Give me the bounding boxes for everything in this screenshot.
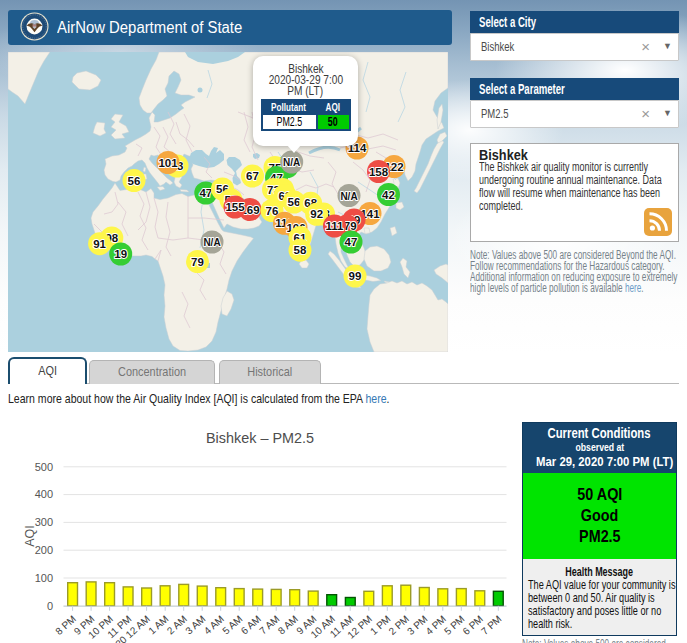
- svg-text:8 AM: 8 AM: [276, 613, 300, 636]
- svg-text:1 AM: 1 AM: [146, 613, 170, 636]
- svg-text:7 AM: 7 AM: [257, 613, 281, 636]
- svg-text:111: 111: [326, 220, 345, 232]
- svg-text:6 PM: 6 PM: [460, 613, 485, 637]
- svg-text:100: 100: [35, 572, 53, 584]
- svg-text:42: 42: [382, 189, 395, 201]
- svg-text:400: 400: [35, 488, 53, 500]
- svg-text:158: 158: [369, 166, 389, 178]
- svg-text:3 PM: 3 PM: [405, 613, 430, 637]
- svg-text:3 AM: 3 AM: [183, 613, 207, 636]
- svg-text:56: 56: [288, 196, 301, 208]
- svg-text:5 PM: 5 PM: [442, 613, 467, 637]
- svg-text:4 AM: 4 AM: [202, 613, 226, 636]
- svg-text:67: 67: [246, 170, 259, 182]
- svg-text:1 PM: 1 PM: [368, 613, 393, 637]
- svg-text:91: 91: [93, 238, 106, 250]
- svg-text:N/A: N/A: [340, 191, 357, 202]
- svg-text:155: 155: [225, 201, 245, 213]
- svg-text:4 PM: 4 PM: [423, 613, 448, 637]
- svg-text:47: 47: [345, 236, 358, 248]
- svg-text:AQI: AQI: [23, 525, 37, 547]
- svg-text:5 AM: 5 AM: [220, 613, 244, 636]
- svg-text:79: 79: [191, 256, 204, 268]
- svg-text:19: 19: [114, 248, 127, 260]
- svg-text:47: 47: [199, 187, 212, 199]
- svg-text:N/A: N/A: [283, 157, 300, 168]
- svg-text:500: 500: [35, 461, 53, 473]
- svg-text:300: 300: [35, 516, 53, 528]
- svg-text:200: 200: [35, 544, 53, 556]
- svg-text:0: 0: [47, 600, 53, 612]
- svg-text:Bishkek – PM2.5: Bishkek – PM2.5: [206, 429, 314, 446]
- svg-text:99: 99: [349, 270, 362, 282]
- svg-text:N/A: N/A: [203, 237, 220, 248]
- svg-text:76: 76: [266, 205, 279, 217]
- svg-text:7 PM: 7 PM: [479, 613, 504, 637]
- svg-text:58: 58: [294, 244, 307, 256]
- svg-text:101: 101: [158, 157, 178, 169]
- svg-text:56: 56: [128, 175, 141, 187]
- svg-text:2 AM: 2 AM: [165, 613, 189, 636]
- svg-text:6 AM: 6 AM: [239, 613, 263, 636]
- svg-text:92: 92: [310, 208, 323, 220]
- svg-text:2 PM: 2 PM: [386, 613, 411, 637]
- svg-text:8 PM: 8 PM: [53, 613, 78, 637]
